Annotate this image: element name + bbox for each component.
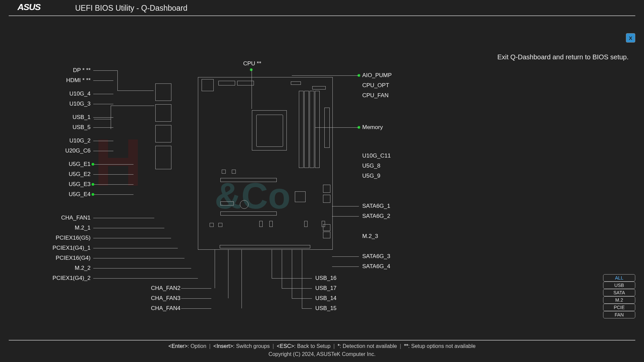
filter-fan[interactable]: FAN — [603, 311, 635, 318]
filter-sata[interactable]: SATA — [603, 289, 635, 296]
port-label[interactable]: M.2_2 — [75, 265, 91, 272]
port-label[interactable]: U5G_8 — [362, 163, 380, 169]
cmos-battery — [240, 200, 249, 209]
port-label[interactable]: M.2_3 — [362, 233, 378, 240]
ram-slot — [304, 91, 309, 168]
port-label[interactable]: Memory — [362, 124, 383, 131]
port-label[interactable]: U10G_2 — [69, 137, 91, 144]
port-label[interactable]: HDMI * ** — [66, 77, 91, 84]
footer: <Enter>: Option | <Insert>: Switch group… — [9, 340, 635, 362]
port-label[interactable]: DP * ** — [73, 67, 91, 74]
ram-slot — [315, 91, 320, 168]
port-label[interactable]: PCIEX16(G5) — [56, 235, 91, 241]
port-label[interactable]: SATA6G_4 — [362, 263, 390, 270]
header: ASUS UEFI BIOS Utility - Q-Dashboard — [9, 0, 635, 16]
asus-logo: ASUS — [17, 3, 64, 13]
port-label[interactable]: USB_1 — [72, 114, 91, 121]
status-dot — [92, 163, 94, 166]
port-label[interactable]: USB_17 — [315, 285, 336, 292]
port-label[interactable]: USB_16 — [315, 275, 336, 282]
copyright: Copyright (C) 2024, ASUSTeK Computer Inc… — [9, 351, 635, 357]
port-label[interactable]: CPU_OPT — [362, 82, 389, 89]
port-label[interactable]: PCIEX1(G4)_2 — [53, 275, 91, 282]
port-label[interactable]: CHA_FAN3 — [151, 295, 180, 302]
port-label[interactable]: U5G_E4 — [69, 191, 91, 198]
port-label[interactable]: CPU ** — [243, 60, 261, 67]
status-dot — [250, 68, 253, 71]
filter-all[interactable]: ALL — [603, 274, 635, 282]
close-button[interactable]: X — [626, 33, 635, 43]
filter-m.2[interactable]: M.2 — [603, 296, 635, 304]
filter-pcie[interactable]: PCIE — [603, 304, 635, 311]
pcie-slot — [220, 201, 234, 205]
filter-panel: ALLUSBSATAM.2PCIEFAN — [603, 274, 635, 318]
motherboard-diagram: DP * **HDMI * **U10G_4U10G_3USB_1USB_5U1… — [17, 57, 453, 322]
port-label[interactable]: U5G_E3 — [69, 181, 91, 188]
pcie-slot — [220, 212, 277, 216]
cpu-socket — [252, 110, 287, 150]
port-label[interactable]: U10G_4 — [69, 90, 91, 97]
port-label[interactable]: U10G_C11 — [362, 153, 391, 159]
port-label[interactable]: U5G_9 — [362, 173, 380, 179]
help-text: Exit Q-Dashboard and return to BIOS setu… — [497, 53, 629, 61]
footer-keys: <Enter>: Option | <Insert>: Switch group… — [9, 343, 635, 349]
port-label[interactable]: USB_5 — [72, 124, 91, 131]
front-panel-headers — [220, 245, 310, 248]
port-label[interactable]: SATA6G_2 — [362, 213, 390, 220]
port-label[interactable]: U20G_C6 — [65, 147, 91, 154]
port-label[interactable]: AIO_PUMP — [362, 72, 392, 79]
ram-slot — [299, 91, 304, 168]
status-dot — [92, 193, 94, 196]
page-title: UEFI BIOS Utility - Q-Dashboard — [75, 4, 187, 13]
port-label[interactable]: U5G_E2 — [69, 171, 91, 178]
port-label[interactable]: CHA_FAN2 — [151, 285, 180, 292]
port-label[interactable]: USB_14 — [315, 295, 336, 302]
port-label[interactable]: CHA_FAN1 — [61, 215, 91, 221]
port-label[interactable]: SATA6G_3 — [362, 253, 390, 260]
motherboard-outline — [198, 77, 333, 250]
port-label[interactable]: CHA_FAN4 — [151, 305, 180, 312]
status-dot — [92, 183, 94, 186]
ram-slot — [310, 91, 314, 168]
port-label[interactable]: PCIEX1(G4)_1 — [53, 245, 91, 251]
port-label[interactable]: SATA6G_1 — [362, 203, 390, 209]
port-label[interactable]: M.2_1 — [75, 225, 91, 231]
atx-24pin — [324, 108, 330, 148]
port-label[interactable]: U5G_E1 — [69, 161, 91, 168]
port-label[interactable]: PCIEX16(G4) — [56, 255, 91, 261]
pcie-slot — [220, 178, 277, 182]
svg-text:ASUS: ASUS — [17, 3, 41, 12]
port-label[interactable]: U10G_3 — [69, 101, 91, 107]
filter-usb[interactable]: USB — [603, 282, 635, 289]
port-label[interactable]: CPU_FAN — [362, 92, 388, 99]
port-label[interactable]: USB_15 — [315, 305, 336, 312]
